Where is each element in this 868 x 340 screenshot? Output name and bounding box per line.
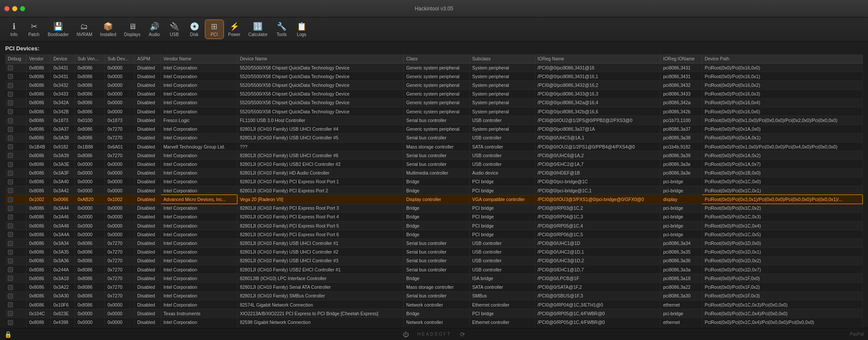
- toolbar-item-tools[interactable]: 🔧Tools: [272, 20, 291, 39]
- table-cell: Disabled: [135, 204, 161, 212]
- table-row[interactable]: 0x80860x342A0x80860x0000DisabledIntel Co…: [5, 98, 863, 107]
- maximize-button[interactable]: [20, 6, 25, 11]
- toolbar-item-calculator[interactable]: 🔢Calculator: [245, 20, 271, 39]
- debug-checkbox[interactable]: [8, 197, 13, 202]
- table-row[interactable]: 0x80860x3A340x80860x7270DisabledIntel Co…: [5, 239, 863, 248]
- debug-checkbox[interactable]: [8, 109, 13, 114]
- table-row[interactable]: 0x80860x3A3E0x00000x0000DisabledIntel Co…: [5, 160, 863, 168]
- table-row[interactable]: 0x80860x342B0x80860x0000DisabledIntel Co…: [5, 107, 863, 116]
- toolbar-item-patch[interactable]: ✂Patch: [24, 20, 43, 39]
- debug-checkbox[interactable]: [8, 74, 13, 79]
- table-row[interactable]: 0x1B4B0x91820x1B880x6A01DisabledMarvell …: [5, 142, 863, 151]
- table-row[interactable]: 0x80860x3A420x00000x0000DisabledIntel Co…: [5, 186, 863, 195]
- table-row[interactable]: 0x80860x3A300x80860x7270DisabledIntel Co…: [5, 291, 863, 300]
- refresh-icon[interactable]: ⟳: [460, 331, 465, 338]
- col-header: Class: [404, 54, 470, 63]
- pci-table-wrapper[interactable]: DebugVendorDeviceSub Ven...Sub Dev...ASP…: [5, 54, 863, 327]
- pci-label: PCI: [210, 32, 218, 37]
- table-row[interactable]: 0x80860x3A460x00000x0000DisabledIntel Co…: [5, 212, 863, 221]
- debug-checkbox[interactable]: [8, 294, 13, 299]
- toolbar-item-bootloader[interactable]: 💾Bootloader: [44, 20, 72, 39]
- table-row[interactable]: 0x80860x244A0x80860x7270DisabledIntel Co…: [5, 265, 863, 274]
- table-cell: 82801JI (ICH10 Family) PCI Express Root …: [237, 177, 403, 186]
- debug-checkbox[interactable]: [8, 179, 13, 185]
- table-cell: 5520/5500/X58 Chipset QuickData Technolo…: [237, 63, 403, 72]
- table-row[interactable]: 0x80860x43980x00000x0000DisabledIntel Co…: [5, 318, 863, 327]
- toolbar-item-installed[interactable]: 📦Installed: [97, 20, 120, 39]
- table-cell: pci-bridge: [661, 204, 702, 212]
- table-cell: 0x6A01: [105, 142, 135, 151]
- debug-checkbox[interactable]: [8, 92, 13, 97]
- table-cell: ethernet: [661, 300, 702, 309]
- close-button[interactable]: [4, 6, 10, 11]
- debug-checkbox[interactable]: [8, 100, 13, 106]
- table-row[interactable]: 0x80860x18730x01000x1873DisabledFresco L…: [5, 116, 863, 125]
- table-row[interactable]: 0x80860x3A400x00000x0000DisabledIntel Co…: [5, 177, 863, 186]
- debug-checkbox[interactable]: [8, 302, 13, 307]
- table-cell: PciRoot(0x0)/Pci(0x1,0x0)/Pci(0x0,0x0)/P…: [702, 116, 862, 125]
- table-row[interactable]: 0x80860x34320x80860x0000DisabledIntel Co…: [5, 81, 863, 89]
- table-cell: Bridge: [404, 186, 470, 195]
- toolbar-item-audio[interactable]: 🔊Audio: [145, 20, 164, 39]
- table-cell: VGA compatible controller: [469, 195, 535, 204]
- table-row[interactable]: 0x80860x10F60x80860x0000DisabledIntel Co…: [5, 300, 863, 309]
- debug-checkbox[interactable]: [8, 171, 13, 176]
- table-row[interactable]: 0x80860x3A370x80860x7270DisabledIntel Co…: [5, 125, 863, 133]
- table-row[interactable]: 0x80860x3A440x00000x0000DisabledIntel Co…: [5, 204, 863, 212]
- debug-checkbox[interactable]: [8, 153, 13, 158]
- toolbar-item-nvram[interactable]: 🗂NVRAM: [73, 20, 95, 39]
- table-cell: PciRoot(0x0)/Pci(0x1A,0x7): [702, 160, 862, 168]
- table-cell: 0x1873: [105, 116, 135, 125]
- debug-checkbox[interactable]: [8, 250, 13, 255]
- toolbar-item-power[interactable]: ⚡Power: [225, 20, 244, 39]
- debug-checkbox[interactable]: [8, 65, 13, 70]
- table-row[interactable]: 0x80860x3A390x80860x7270DisabledIntel Co…: [5, 151, 863, 160]
- debug-checkbox[interactable]: [8, 83, 13, 88]
- debug-checkbox[interactable]: [8, 135, 13, 141]
- table-cell: Intel Corporation: [161, 265, 237, 274]
- table-row[interactable]: 0x10020x00660xAB200x1002DisabledAdvanced…: [5, 195, 863, 204]
- debug-checkbox[interactable]: [8, 118, 13, 123]
- table-cell: 0x10F6: [50, 300, 75, 309]
- table-row[interactable]: 0x104C0x823E0x00000x0000DisabledTexas In…: [5, 309, 863, 318]
- table-row[interactable]: 0x80860x3A3F0x00000x0000DisabledIntel Co…: [5, 168, 863, 177]
- debug-checkbox[interactable]: [8, 215, 13, 220]
- table-cell: 0x0000: [105, 309, 135, 318]
- table-row[interactable]: 0x80860x34310x80860x0000DisabledIntel Co…: [5, 63, 863, 72]
- table-row[interactable]: 0x80860x3A220x80860x7270DisabledIntel Co…: [5, 283, 863, 291]
- table-cell: 0x0000: [105, 177, 135, 186]
- debug-checkbox[interactable]: [8, 311, 13, 316]
- table-row[interactable]: 0x80860x34310x80860x0000DisabledIntel Co…: [5, 72, 863, 81]
- table-row[interactable]: 0x80860x3A4A0x00000x0000DisabledIntel Co…: [5, 230, 863, 239]
- table-row[interactable]: 0x80860x3A350x80860x7270DisabledIntel Co…: [5, 248, 863, 256]
- debug-checkbox[interactable]: [8, 162, 13, 167]
- power-icon[interactable]: ⏻: [403, 331, 409, 338]
- table-cell: 0x3431: [50, 72, 75, 81]
- table-row[interactable]: 0x80860x3A180x80860x7270DisabledIntel Co…: [5, 274, 863, 283]
- toolbar-item-disk[interactable]: 💿Disk: [185, 20, 204, 39]
- debug-checkbox[interactable]: [8, 320, 13, 325]
- table-row[interactable]: 0x80860x3A360x80860x7270DisabledIntel Co…: [5, 256, 863, 265]
- table-cell: 82801JI (ICH10 Family) USB UHCI Controll…: [237, 133, 403, 142]
- toolbar-item-displays[interactable]: 🖥Displays: [121, 20, 144, 39]
- debug-checkbox[interactable]: [8, 144, 13, 149]
- debug-checkbox[interactable]: [8, 232, 13, 237]
- debug-checkbox[interactable]: [8, 285, 13, 290]
- debug-checkbox[interactable]: [8, 258, 13, 264]
- minimize-button[interactable]: [12, 6, 17, 11]
- debug-checkbox[interactable]: [8, 276, 13, 281]
- debug-checkbox[interactable]: [8, 188, 13, 193]
- toolbar-item-pci[interactable]: ⊞PCI: [205, 20, 224, 39]
- table-cell: /PCI0@0/RP04@1C,3/ETH1@0: [535, 300, 660, 309]
- table-row[interactable]: 0x80860x34330x80860x0000DisabledIntel Co…: [5, 89, 863, 98]
- debug-checkbox[interactable]: [8, 127, 13, 132]
- table-row[interactable]: 0x80860x3A380x80860x7270DisabledIntel Co…: [5, 133, 863, 142]
- toolbar-item-usb[interactable]: 🔌USB: [165, 20, 184, 39]
- debug-checkbox[interactable]: [8, 223, 13, 228]
- toolbar-item-info[interactable]: ℹInfo: [4, 20, 23, 39]
- debug-checkbox[interactable]: [8, 206, 13, 211]
- debug-checkbox[interactable]: [8, 241, 13, 246]
- toolbar-item-logs[interactable]: 📋Logs: [292, 20, 311, 39]
- table-row[interactable]: 0x80860x3A480x00000x0000DisabledIntel Co…: [5, 221, 863, 230]
- debug-checkbox[interactable]: [8, 267, 13, 272]
